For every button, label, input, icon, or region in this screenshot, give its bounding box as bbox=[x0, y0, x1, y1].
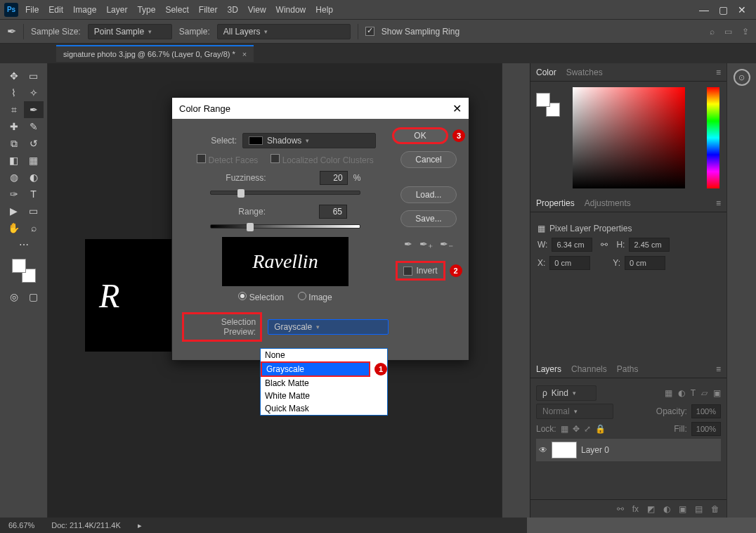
tab-color[interactable]: Color bbox=[536, 68, 556, 77]
mask-icon[interactable]: ◩ bbox=[647, 504, 655, 514]
share-icon[interactable]: ⇪ bbox=[742, 27, 749, 37]
option-none[interactable]: None bbox=[261, 349, 387, 361]
blend-mode-dropdown[interactable]: Normal bbox=[536, 404, 613, 419]
tab-swatches[interactable]: Swatches bbox=[566, 68, 603, 77]
filter-pixel-icon[interactable]: ▦ bbox=[665, 388, 672, 398]
cancel-button[interactable]: Cancel bbox=[400, 151, 457, 168]
status-chevron-icon[interactable]: ▸ bbox=[138, 521, 142, 530]
tab-paths[interactable]: Paths bbox=[617, 364, 639, 374]
eyedropper-sample-icon[interactable]: ✒ bbox=[404, 238, 412, 250]
menu-file[interactable]: File bbox=[25, 5, 39, 15]
hand-tool[interactable]: ✋ bbox=[4, 219, 24, 236]
path-select-tool[interactable]: ▶ bbox=[4, 203, 24, 219]
menu-view[interactable]: View bbox=[248, 5, 266, 15]
heal-tool[interactable]: ✚ bbox=[4, 118, 24, 135]
menu-filter[interactable]: Filter bbox=[199, 5, 218, 15]
layer-filter-dropdown[interactable]: ρ Kind bbox=[536, 385, 597, 401]
adjustment-icon[interactable]: ◐ bbox=[663, 504, 670, 514]
y-field[interactable]: 0 cm bbox=[625, 256, 665, 270]
move-tool[interactable]: ✥ bbox=[4, 68, 24, 84]
menu-help[interactable]: Help bbox=[315, 5, 333, 15]
eyedropper-add-icon[interactable]: ✒₊ bbox=[419, 238, 433, 250]
tab-channels[interactable]: Channels bbox=[571, 364, 607, 374]
menu-layer[interactable]: Layer bbox=[106, 5, 127, 15]
close-icon[interactable]: ✕ bbox=[738, 4, 746, 15]
fill-field[interactable]: 100% bbox=[691, 422, 721, 436]
marquee-tool[interactable]: ▭ bbox=[24, 68, 44, 84]
opacity-field[interactable]: 100% bbox=[691, 404, 721, 418]
lock-pixels-icon[interactable]: ▦ bbox=[561, 424, 568, 434]
eyedropper-icon[interactable]: ✒ bbox=[7, 25, 16, 38]
option-grayscale[interactable]: Grayscale bbox=[261, 361, 370, 377]
dialog-titlebar[interactable]: Color Range ✕ bbox=[172, 98, 469, 119]
zoom-tool[interactable]: ⌕ bbox=[24, 219, 44, 236]
panel-menu-icon[interactable]: ≡ bbox=[716, 68, 721, 77]
eraser-tool[interactable]: ◧ bbox=[4, 152, 24, 169]
tab-adjustments[interactable]: Adjustments bbox=[585, 198, 631, 208]
layer-row[interactable]: 👁 Layer 0 bbox=[536, 439, 721, 461]
ok-button[interactable]: OK bbox=[392, 127, 448, 144]
range-field[interactable]: 65 bbox=[319, 205, 347, 219]
selection-radio[interactable] bbox=[238, 292, 247, 300]
load-button[interactable]: Load... bbox=[400, 186, 457, 203]
fuzziness-field[interactable]: 20 bbox=[320, 171, 348, 185]
foreground-background-colors[interactable] bbox=[12, 259, 36, 283]
delete-icon[interactable]: 🗑 bbox=[711, 504, 719, 514]
lasso-tool[interactable]: ⌇ bbox=[4, 84, 24, 101]
panel-menu-icon[interactable]: ≡ bbox=[716, 364, 721, 374]
screenmode-icon[interactable]: ▢ bbox=[24, 288, 44, 305]
filter-smart-icon[interactable]: ▣ bbox=[713, 388, 721, 398]
filter-shape-icon[interactable]: ▱ bbox=[701, 388, 708, 398]
menu-image[interactable]: Image bbox=[73, 5, 96, 15]
blur-tool[interactable]: ◍ bbox=[4, 169, 24, 186]
type-tool[interactable]: T bbox=[24, 186, 44, 203]
pen-tool[interactable]: ✑ bbox=[4, 186, 24, 203]
sample-size-dropdown[interactable]: Point Sample bbox=[88, 24, 172, 39]
tab-layers[interactable]: Layers bbox=[536, 364, 561, 374]
x-field[interactable]: 0 cm bbox=[549, 256, 590, 270]
save-button[interactable]: Save... bbox=[400, 210, 457, 227]
eyedropper-tool[interactable]: ✒ bbox=[24, 101, 44, 118]
option-quick-mask[interactable]: Quick Mask bbox=[261, 402, 387, 415]
quick-select-tool[interactable]: ✧ bbox=[24, 84, 44, 101]
maximize-icon[interactable]: ▢ bbox=[719, 4, 728, 15]
option-white-matte[interactable]: White Matte bbox=[261, 390, 387, 402]
search-icon[interactable]: ⌕ bbox=[710, 27, 715, 37]
width-field[interactable]: 6.34 cm bbox=[552, 238, 592, 252]
quickmask-icon[interactable]: ◎ bbox=[4, 288, 24, 305]
fx-icon[interactable]: fx bbox=[632, 504, 639, 514]
select-dropdown[interactable]: Shadows bbox=[242, 133, 376, 148]
brush-tool[interactable]: ✎ bbox=[24, 118, 44, 135]
menu-3d[interactable]: 3D bbox=[227, 5, 237, 15]
menu-edit[interactable]: Edit bbox=[48, 5, 63, 15]
lock-artboard-icon[interactable]: ⤢ bbox=[584, 424, 591, 434]
dodge-tool[interactable]: ◐ bbox=[24, 169, 44, 186]
eyedropper-subtract-icon[interactable]: ✒₋ bbox=[440, 238, 453, 250]
collapsed-dock[interactable] bbox=[502, 63, 530, 518]
color-picker[interactable] bbox=[530, 82, 726, 194]
cc-libraries-icon[interactable]: ⊙ bbox=[734, 69, 750, 86]
dialog-close-icon[interactable]: ✕ bbox=[452, 102, 462, 115]
gradient-tool[interactable]: ▦ bbox=[24, 152, 44, 169]
group-icon[interactable]: ▣ bbox=[679, 504, 686, 514]
edit-toolbar[interactable]: ⋯ bbox=[14, 236, 34, 253]
menu-type[interactable]: Type bbox=[137, 5, 155, 15]
menu-select[interactable]: Select bbox=[165, 5, 188, 15]
zoom-level[interactable]: 66.67% bbox=[8, 521, 34, 529]
stamp-tool[interactable]: ⧉ bbox=[4, 135, 24, 152]
history-brush-tool[interactable]: ↺ bbox=[24, 135, 44, 152]
panel-menu-icon[interactable]: ≡ bbox=[716, 198, 721, 208]
crop-tool[interactable]: ⌗ bbox=[4, 101, 24, 118]
close-tab-icon[interactable]: × bbox=[242, 50, 247, 58]
document-tab[interactable]: signature photo 3.jpg @ 66.7% (Layer 0, … bbox=[56, 45, 254, 62]
visibility-icon[interactable]: 👁 bbox=[539, 445, 547, 455]
height-field[interactable]: 2.45 cm bbox=[629, 238, 670, 252]
tab-properties[interactable]: Properties bbox=[536, 198, 575, 208]
new-layer-icon[interactable]: ▤ bbox=[695, 504, 703, 514]
image-radio[interactable] bbox=[298, 292, 306, 300]
menu-window[interactable]: Window bbox=[276, 5, 306, 15]
lock-position-icon[interactable]: ✥ bbox=[573, 424, 580, 434]
workspace-icon[interactable]: ▭ bbox=[724, 27, 732, 37]
range-slider[interactable] bbox=[210, 224, 360, 229]
fuzziness-slider[interactable] bbox=[210, 191, 360, 195]
